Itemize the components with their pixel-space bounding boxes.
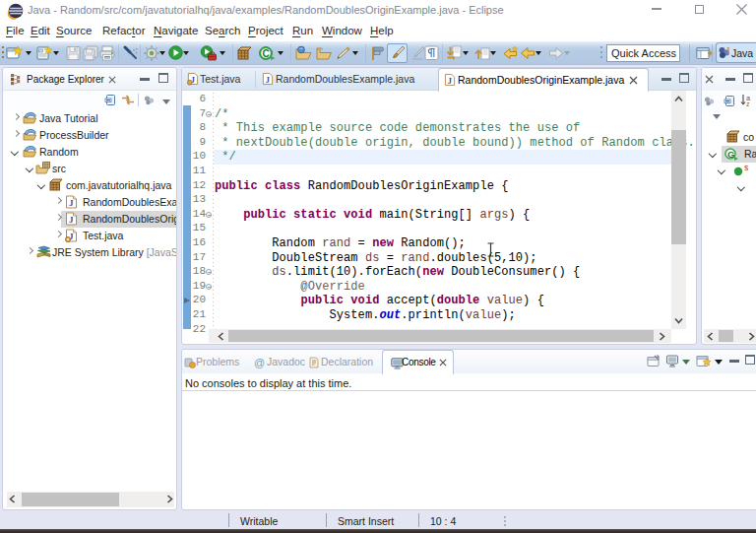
svg-text:J: J — [266, 76, 270, 85]
svg-text:J: J — [448, 77, 452, 86]
svg-text:C: C — [263, 48, 270, 59]
svg-text:J: J — [725, 45, 730, 55]
svg-text:G: G — [727, 149, 734, 160]
svg-text:@: @ — [254, 357, 265, 368]
svg-text:J: J — [69, 215, 74, 225]
svg-text:J: J — [69, 198, 74, 208]
svg-text:z: z — [746, 100, 750, 107]
